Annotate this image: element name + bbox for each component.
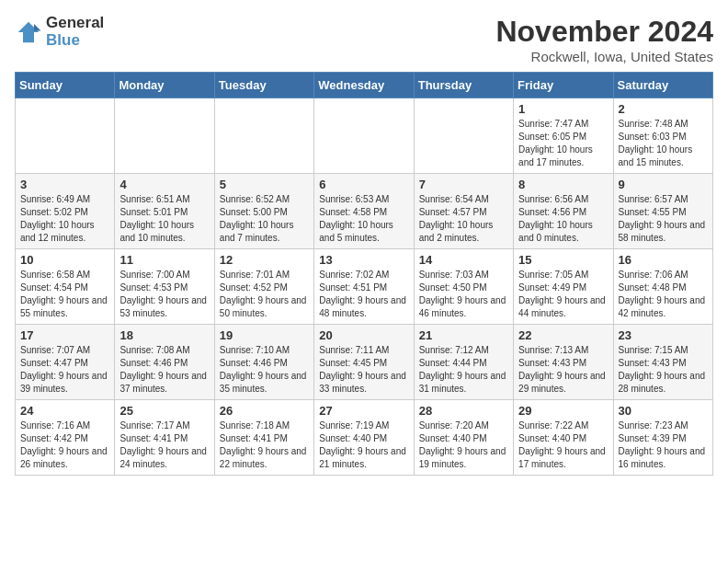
- logo-blue-text: Blue: [46, 32, 104, 50]
- calendar-day-13: 13Sunrise: 7:02 AM Sunset: 4:51 PM Dayli…: [314, 249, 414, 325]
- calendar-day-7: 7Sunrise: 6:54 AM Sunset: 4:57 PM Daylig…: [414, 174, 513, 249]
- calendar-day-11: 11Sunrise: 7:00 AM Sunset: 4:53 PM Dayli…: [115, 249, 214, 325]
- day-info: Sunrise: 7:08 AM Sunset: 4:46 PM Dayligh…: [119, 345, 207, 394]
- day-info: Sunrise: 7:13 AM Sunset: 4:43 PM Dayligh…: [518, 345, 606, 394]
- calendar-day-21: 21Sunrise: 7:12 AM Sunset: 4:44 PM Dayli…: [414, 325, 513, 400]
- calendar-empty-cell: [414, 98, 513, 174]
- weekday-header-thursday: Thursday: [414, 73, 513, 98]
- calendar-day-1: 1Sunrise: 7:47 AM Sunset: 6:05 PM Daylig…: [514, 98, 613, 174]
- calendar-day-18: 18Sunrise: 7:08 AM Sunset: 4:46 PM Dayli…: [115, 325, 214, 400]
- day-number: 25: [119, 404, 209, 418]
- calendar-table: SundayMondayTuesdayWednesdayThursdayFrid…: [15, 72, 713, 476]
- day-number: 26: [220, 404, 309, 418]
- day-info: Sunrise: 6:51 AM Sunset: 5:01 PM Dayligh…: [119, 194, 194, 243]
- svg-marker-1: [34, 24, 41, 31]
- day-info: Sunrise: 7:11 AM Sunset: 4:45 PM Dayligh…: [319, 345, 406, 394]
- day-number: 2: [619, 102, 708, 116]
- day-info: Sunrise: 7:02 AM Sunset: 4:51 PM Dayligh…: [319, 270, 406, 318]
- day-number: 6: [319, 178, 408, 191]
- calendar-week-row: 17Sunrise: 7:07 AM Sunset: 4:47 PM Dayli…: [16, 325, 713, 400]
- day-info: Sunrise: 7:23 AM Sunset: 4:39 PM Dayligh…: [619, 420, 706, 469]
- calendar-day-10: 10Sunrise: 6:58 AM Sunset: 4:54 PM Dayli…: [16, 249, 115, 325]
- day-number: 11: [119, 253, 209, 267]
- day-number: 4: [119, 178, 209, 191]
- calendar-day-9: 9Sunrise: 6:57 AM Sunset: 4:55 PM Daylig…: [613, 174, 712, 249]
- calendar-day-16: 16Sunrise: 7:06 AM Sunset: 4:48 PM Dayli…: [613, 249, 712, 325]
- weekday-header-monday: Monday: [115, 73, 214, 98]
- calendar-day-22: 22Sunrise: 7:13 AM Sunset: 4:43 PM Dayli…: [514, 325, 613, 400]
- day-number: 10: [20, 253, 109, 267]
- day-number: 29: [518, 404, 608, 418]
- day-info: Sunrise: 6:49 AM Sunset: 5:02 PM Dayligh…: [20, 194, 95, 243]
- calendar-day-30: 30Sunrise: 7:23 AM Sunset: 4:39 PM Dayli…: [613, 400, 712, 476]
- calendar-day-25: 25Sunrise: 7:17 AM Sunset: 4:41 PM Dayli…: [115, 400, 214, 476]
- page-header: General Blue November 2024 Rockwell, Iow…: [15, 15, 713, 64]
- day-info: Sunrise: 6:53 AM Sunset: 4:58 PM Dayligh…: [319, 194, 393, 243]
- logo: General Blue: [15, 15, 104, 49]
- day-number: 16: [619, 253, 708, 267]
- day-number: 20: [319, 328, 408, 342]
- calendar-day-26: 26Sunrise: 7:18 AM Sunset: 4:41 PM Dayli…: [214, 400, 313, 476]
- day-info: Sunrise: 7:05 AM Sunset: 4:49 PM Dayligh…: [518, 270, 606, 318]
- title-area: November 2024 Rockwell, Iowa, United Sta…: [495, 15, 713, 64]
- day-info: Sunrise: 7:06 AM Sunset: 4:48 PM Dayligh…: [619, 270, 706, 318]
- day-info: Sunrise: 7:10 AM Sunset: 4:46 PM Dayligh…: [220, 345, 307, 394]
- month-title: November 2024: [495, 15, 713, 49]
- calendar-day-8: 8Sunrise: 6:56 AM Sunset: 4:56 PM Daylig…: [514, 174, 613, 249]
- calendar-day-23: 23Sunrise: 7:15 AM Sunset: 4:43 PM Dayli…: [613, 325, 712, 400]
- weekday-header-friday: Friday: [514, 73, 613, 98]
- day-number: 3: [20, 178, 109, 191]
- calendar-day-6: 6Sunrise: 6:53 AM Sunset: 4:58 PM Daylig…: [314, 174, 414, 249]
- logo-text: General Blue: [46, 15, 104, 49]
- calendar-week-row: 1Sunrise: 7:47 AM Sunset: 6:05 PM Daylig…: [16, 98, 713, 174]
- day-info: Sunrise: 7:17 AM Sunset: 4:41 PM Dayligh…: [119, 420, 207, 469]
- calendar-day-15: 15Sunrise: 7:05 AM Sunset: 4:49 PM Dayli…: [514, 249, 613, 325]
- svg-marker-0: [18, 21, 40, 42]
- calendar-day-14: 14Sunrise: 7:03 AM Sunset: 4:50 PM Dayli…: [414, 249, 513, 325]
- calendar-week-row: 10Sunrise: 6:58 AM Sunset: 4:54 PM Dayli…: [16, 249, 713, 325]
- day-number: 14: [419, 253, 508, 267]
- day-number: 18: [119, 328, 209, 342]
- calendar-week-row: 3Sunrise: 6:49 AM Sunset: 5:02 PM Daylig…: [16, 174, 713, 249]
- day-info: Sunrise: 7:19 AM Sunset: 4:40 PM Dayligh…: [319, 420, 406, 469]
- weekday-header-wednesday: Wednesday: [314, 73, 414, 98]
- day-number: 23: [619, 328, 708, 342]
- day-number: 8: [518, 178, 608, 191]
- day-info: Sunrise: 6:57 AM Sunset: 4:55 PM Dayligh…: [619, 194, 706, 243]
- day-info: Sunrise: 7:20 AM Sunset: 4:40 PM Dayligh…: [419, 420, 506, 469]
- weekday-header-saturday: Saturday: [613, 73, 712, 98]
- day-number: 17: [20, 328, 109, 342]
- calendar-day-3: 3Sunrise: 6:49 AM Sunset: 5:02 PM Daylig…: [16, 174, 115, 249]
- calendar-day-24: 24Sunrise: 7:16 AM Sunset: 4:42 PM Dayli…: [16, 400, 115, 476]
- day-number: 12: [220, 253, 309, 267]
- calendar-day-4: 4Sunrise: 6:51 AM Sunset: 5:01 PM Daylig…: [115, 174, 214, 249]
- day-number: 15: [518, 253, 608, 267]
- day-info: Sunrise: 7:07 AM Sunset: 4:47 PM Dayligh…: [20, 345, 108, 394]
- day-number: 19: [220, 328, 309, 342]
- calendar-day-27: 27Sunrise: 7:19 AM Sunset: 4:40 PM Dayli…: [314, 400, 414, 476]
- day-number: 21: [419, 328, 508, 342]
- day-info: Sunrise: 7:12 AM Sunset: 4:44 PM Dayligh…: [419, 345, 506, 394]
- calendar-day-29: 29Sunrise: 7:22 AM Sunset: 4:40 PM Dayli…: [514, 400, 613, 476]
- calendar-day-5: 5Sunrise: 6:52 AM Sunset: 5:00 PM Daylig…: [214, 174, 313, 249]
- day-number: 24: [20, 404, 109, 418]
- day-info: Sunrise: 7:47 AM Sunset: 6:05 PM Dayligh…: [518, 119, 593, 167]
- day-info: Sunrise: 7:00 AM Sunset: 4:53 PM Dayligh…: [119, 270, 207, 318]
- location-title: Rockwell, Iowa, United States: [495, 49, 713, 64]
- day-number: 1: [518, 102, 608, 116]
- day-info: Sunrise: 7:16 AM Sunset: 4:42 PM Dayligh…: [20, 420, 108, 469]
- day-number: 22: [518, 328, 608, 342]
- day-info: Sunrise: 7:18 AM Sunset: 4:41 PM Dayligh…: [220, 420, 307, 469]
- day-number: 7: [419, 178, 508, 191]
- calendar-empty-cell: [214, 98, 313, 174]
- day-info: Sunrise: 6:52 AM Sunset: 5:00 PM Dayligh…: [220, 194, 294, 243]
- calendar-day-28: 28Sunrise: 7:20 AM Sunset: 4:40 PM Dayli…: [414, 400, 513, 476]
- day-info: Sunrise: 6:56 AM Sunset: 4:56 PM Dayligh…: [518, 194, 593, 243]
- day-number: 27: [319, 404, 408, 418]
- calendar-day-2: 2Sunrise: 7:48 AM Sunset: 6:03 PM Daylig…: [613, 98, 712, 174]
- day-number: 5: [220, 178, 309, 191]
- day-number: 28: [419, 404, 508, 418]
- logo-icon: [15, 18, 42, 46]
- weekday-header-tuesday: Tuesday: [214, 73, 313, 98]
- day-info: Sunrise: 7:22 AM Sunset: 4:40 PM Dayligh…: [518, 420, 606, 469]
